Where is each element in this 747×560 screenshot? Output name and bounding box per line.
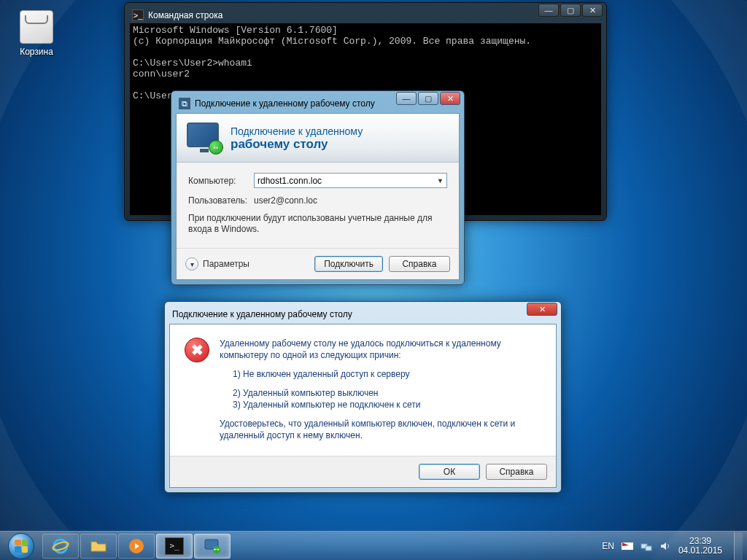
ok-button[interactable]: ОК [419, 464, 480, 480]
rdp-window: ⧉ Подключение к удаленному рабочему стол… [171, 90, 465, 285]
tray-flag-icon[interactable] [622, 540, 633, 552]
close-button[interactable]: ✕ [527, 303, 557, 316]
rdp-titlebar[interactable]: ⧉ Подключение к удаленному рабочему стол… [176, 96, 460, 112]
chevron-down-icon: ▾ [185, 257, 198, 271]
rdp-title: Подключение к удаленному рабочему столу [195, 98, 375, 109]
tray-volume-icon[interactable] [659, 540, 671, 552]
date-text: 04.01.2015 [678, 546, 722, 556]
connect-button[interactable]: Подключить [314, 256, 383, 272]
cmd-titlebar[interactable]: >_ Командная строка [129, 7, 602, 23]
start-button[interactable] [4, 533, 38, 559]
rdp-logo-icon: ↔ [187, 122, 223, 155]
params-toggle[interactable]: ▾ Параметры [185, 257, 249, 271]
credentials-note: При подключении будут использованы учетн… [188, 213, 447, 235]
rdp-window-icon: ⧉ [179, 98, 190, 109]
cmd-icon: >_ [132, 9, 144, 21]
error-titlebar[interactable]: Подключение к удаленному рабочему столу [169, 306, 557, 322]
taskbar-explorer[interactable] [80, 534, 117, 559]
error-title: Подключение к удаленному рабочему столу [172, 309, 352, 319]
recycle-bin[interactable]: Корзина [11, 10, 62, 57]
maximize-button[interactable]: ▢ [560, 4, 581, 17]
language-indicator[interactable]: EN [602, 541, 614, 551]
cmd-output[interactable]: Microsoft Windows [Version 6.1.7600] (c)… [130, 23, 601, 215]
taskbar: >_ ↔ EN 23:39 04.01.2015 [0, 531, 747, 560]
error-dialog: Подключение к удаленному рабочему столу … [164, 301, 562, 493]
rdp-icon: ↔ [203, 537, 222, 555]
user-value: user2@conn.loc [254, 195, 317, 206]
error-icon: ✖ [185, 338, 209, 362]
cmd-title: Командная строка [148, 10, 222, 20]
svg-text:↔: ↔ [212, 544, 221, 554]
maximize-button[interactable]: ▢ [418, 92, 438, 105]
close-button[interactable]: ✕ [440, 92, 460, 105]
show-desktop-button[interactable] [734, 532, 743, 560]
taskbar-cmd[interactable]: >_ [156, 534, 193, 559]
svg-rect-8 [646, 546, 651, 551]
ie-icon [51, 537, 70, 555]
recycle-bin-icon [20, 10, 53, 44]
computer-value: rdhost1.conn.loc [258, 176, 322, 186]
taskbar-ie[interactable] [42, 534, 79, 559]
rdp-header: ↔ Подключение к удаленному рабочему стол… [177, 114, 459, 163]
cmd-icon: >_ [165, 537, 184, 555]
tray-network-icon[interactable] [640, 540, 652, 552]
error-message: Удаленному рабочему столу не удалось под… [220, 338, 541, 448]
minimize-button[interactable]: — [396, 92, 417, 105]
play-icon [127, 537, 146, 555]
help-button[interactable]: Справка [486, 464, 547, 480]
tray-clock[interactable]: 23:39 04.01.2015 [678, 537, 722, 556]
minimize-button[interactable]: — [538, 4, 559, 17]
folder-icon [89, 537, 108, 555]
recycle-bin-label: Корзина [11, 47, 62, 57]
rdp-head-line1: Подключение к удаленному [231, 125, 363, 137]
params-label: Параметры [203, 259, 249, 269]
help-button[interactable]: Справка [389, 256, 450, 272]
taskbar-mediaplayer[interactable] [118, 534, 155, 559]
time-text: 23:39 [678, 537, 722, 546]
taskbar-rdp[interactable]: ↔ [194, 534, 231, 559]
rdp-head-line2: рабочему столу [231, 137, 363, 152]
chevron-down-icon: ▼ [437, 177, 444, 184]
windows-logo-icon [8, 533, 34, 559]
user-label: Пользователь: [188, 195, 254, 206]
computer-label: Компьютер: [188, 176, 254, 186]
close-button[interactable]: ✕ [582, 4, 603, 17]
cmd-window: >_ Командная строка — ▢ ✕ Microsoft Wind… [124, 2, 607, 221]
computer-combo[interactable]: rdhost1.conn.loc ▼ [254, 173, 447, 188]
